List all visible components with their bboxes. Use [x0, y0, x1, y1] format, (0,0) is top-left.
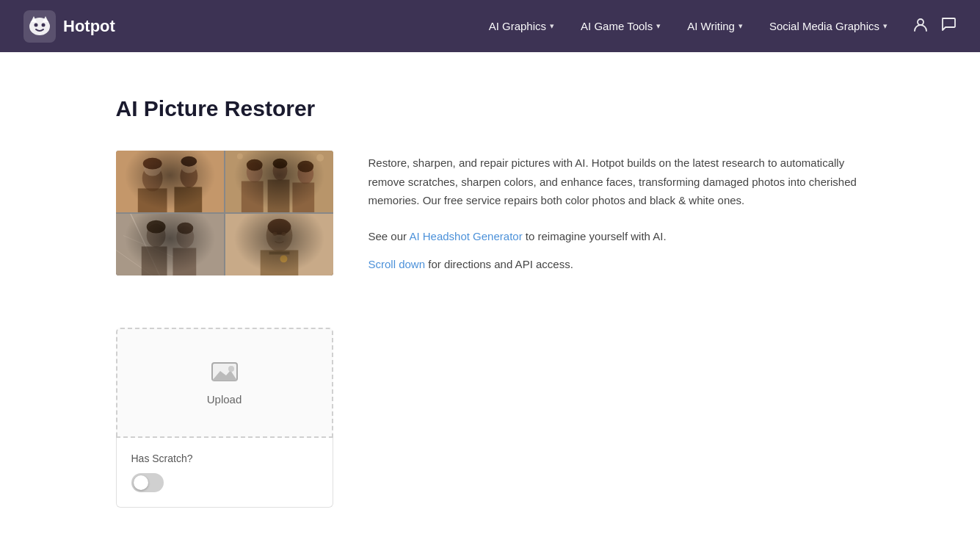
svg-rect-10: [137, 188, 167, 212]
nav-ai-writing[interactable]: AI Writing ▾: [677, 14, 753, 38]
scroll-link-row: Scroll down for directions and API acces…: [369, 256, 865, 273]
scroll-down-link[interactable]: Scroll down: [369, 258, 426, 270]
upload-section: Upload Has Scratch?: [116, 328, 333, 508]
svg-point-23: [246, 159, 262, 171]
svg-point-43: [267, 219, 291, 235]
scratch-section: Has Scratch?: [116, 438, 333, 508]
svg-line-31: [116, 250, 153, 276]
svg-line-30: [123, 236, 174, 258]
nav-ai-graphics-label: AI Graphics: [489, 20, 546, 32]
svg-point-42: [280, 255, 287, 262]
chevron-down-icon: ▾: [738, 21, 743, 31]
svg-point-25: [297, 161, 313, 173]
svg-point-45: [281, 232, 286, 236]
svg-rect-7: [116, 151, 224, 212]
hero-description: Restore, sharpen, and repair pictures wi…: [369, 151, 865, 284]
svg-point-26: [316, 154, 324, 162]
svg-point-39: [266, 220, 292, 252]
reimagine-text: to reimagine yourself with AI.: [526, 230, 667, 242]
svg-rect-34: [141, 246, 167, 276]
svg-point-14: [142, 158, 161, 170]
svg-point-27: [236, 154, 242, 159]
nav-social-media-graphics-label: Social Media Graphics: [769, 20, 879, 32]
upload-dropzone[interactable]: Upload: [116, 328, 333, 438]
svg-rect-40: [260, 250, 298, 276]
upload-label: Upload: [207, 393, 242, 406]
svg-point-44: [272, 232, 277, 236]
svg-point-3: [42, 23, 46, 26]
svg-point-12: [143, 162, 161, 176]
nav-ai-graphics[interactable]: AI Graphics ▾: [479, 14, 565, 38]
svg-rect-41: [269, 251, 289, 254]
svg-point-9: [180, 165, 197, 188]
navbar: Hotpot AI Graphics ▾ AI Game Tools ▾ AI …: [0, 0, 980, 52]
photo-1: [116, 151, 224, 212]
photo-collage: [116, 151, 333, 276]
svg-rect-35: [173, 248, 196, 276]
nav-social-media-graphics[interactable]: Social Media Graphics ▾: [759, 14, 898, 38]
hero-image: [116, 151, 333, 276]
toggle-thumb: [134, 475, 148, 490]
headshot-link-row: See our AI Headshot Generator to reimagi…: [369, 228, 865, 245]
svg-point-33: [176, 226, 194, 248]
nav-ai-writing-label: AI Writing: [687, 20, 735, 32]
svg-rect-21: [267, 180, 289, 212]
svg-rect-16: [225, 151, 333, 212]
upload-image-icon: [211, 359, 238, 386]
photo-4: [225, 214, 333, 276]
svg-point-17: [246, 162, 262, 183]
svg-rect-22: [292, 182, 314, 212]
scroll-suffix-text: for directions and API access.: [428, 258, 573, 270]
svg-point-6: [918, 19, 923, 25]
user-icon[interactable]: [912, 16, 929, 36]
svg-line-29: [130, 214, 159, 276]
toggle-container: [131, 473, 318, 492]
svg-point-13: [181, 160, 197, 173]
svg-point-36: [146, 220, 165, 234]
svg-point-8: [142, 165, 162, 192]
photo-2: [225, 151, 333, 212]
hero-description-text: Restore, sharpen, and repair pictures wi…: [369, 154, 865, 210]
svg-point-32: [146, 224, 165, 248]
hotpot-logo: [23, 10, 56, 43]
svg-point-48: [228, 366, 234, 372]
nav-ai-game-tools-label: AI Game Tools: [581, 20, 653, 32]
svg-rect-20: [241, 181, 263, 212]
svg-point-24: [272, 159, 287, 169]
svg-rect-38: [225, 214, 333, 276]
chevron-down-icon: ▾: [656, 21, 661, 31]
nav-ai-game-tools[interactable]: AI Game Tools ▾: [570, 14, 671, 38]
svg-point-2: [35, 23, 38, 26]
svg-rect-28: [116, 214, 224, 276]
see-our-text: See our: [369, 230, 407, 242]
has-scratch-toggle[interactable]: [131, 473, 164, 492]
hero-section: Restore, sharpen, and repair pictures wi…: [116, 151, 865, 284]
brand-title: Hotpot: [63, 17, 115, 36]
svg-rect-11: [174, 187, 202, 212]
svg-point-19: [297, 164, 313, 184]
main-content: AI Picture Restorer: [101, 52, 879, 537]
brand-link[interactable]: Hotpot: [23, 10, 115, 43]
has-scratch-label: Has Scratch?: [131, 453, 318, 464]
main-nav: AI Graphics ▾ AI Game Tools ▾ AI Writing…: [479, 14, 898, 38]
chevron-down-icon: ▾: [550, 21, 554, 31]
chevron-down-icon: ▾: [883, 21, 888, 31]
page-title: AI Picture Restorer: [116, 96, 865, 121]
photo-3: [116, 214, 224, 276]
headshot-generator-link[interactable]: AI Headshot Generator: [409, 230, 522, 242]
svg-point-15: [181, 156, 197, 167]
navbar-user-icons: [912, 16, 957, 36]
svg-point-37: [177, 223, 193, 234]
svg-point-18: [272, 162, 287, 181]
chat-icon[interactable]: [940, 16, 957, 36]
